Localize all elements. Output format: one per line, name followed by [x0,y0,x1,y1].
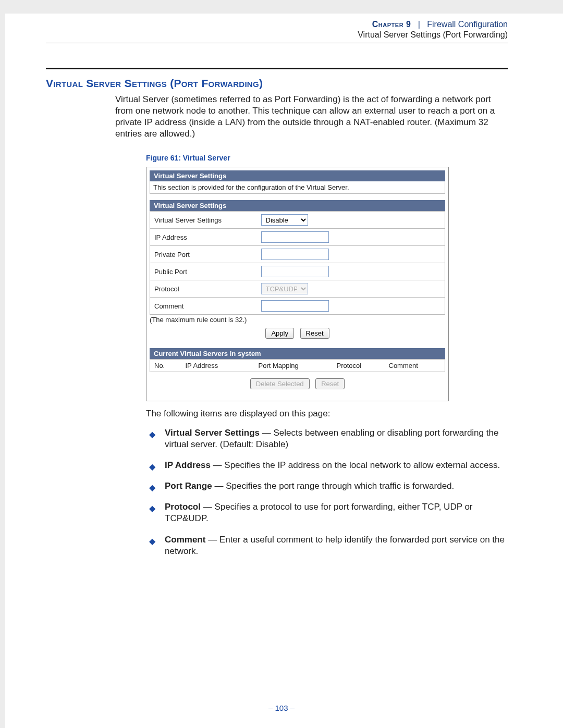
reset-button[interactable]: Reset [300,328,329,339]
figure-screenshot: Virtual Server Settings This section is … [146,167,449,401]
bullet-term: IP Address [165,460,211,470]
current-servers-table: No. IP Address Port Mapping Protocol Com… [150,359,445,372]
diamond-icon: ◆ [149,483,155,493]
panel-description: This section is provided for the configu… [150,181,445,194]
header-separator-icon: | [418,20,420,29]
col-portmap: Port Mapping [254,360,333,372]
reset-list-button[interactable]: Reset [315,378,345,389]
select-vss[interactable]: Disable [261,214,308,226]
row-ip: IP Address [150,229,445,246]
header-rule [46,43,508,43]
label-comment: Comment [150,298,257,315]
bullet-desc: — Specifies the IP address on the local … [211,460,500,470]
section-intro: Virtual Server (sometimes referred to as… [115,94,508,140]
input-public-port[interactable] [261,266,329,277]
top-bar [0,0,563,14]
diamond-icon: ◆ [149,503,155,514]
delete-selected-button[interactable]: Delete Selected [250,378,310,389]
bullet-item: ◆ Comment — Enter a useful comment to he… [146,534,508,557]
bullet-term: Protocol [165,502,201,512]
bullet-term: Comment [165,535,205,545]
input-private-port[interactable] [261,249,329,260]
bullet-item: ◆ IP Address — Specifies the IP address … [146,460,508,471]
bullet-item: ◆ Protocol — Specifies a protocol to use… [146,501,508,524]
panel-header-1: Virtual Server Settings [150,170,445,181]
diamond-icon: ◆ [149,462,155,473]
label-vss: Virtual Server Settings [150,212,257,229]
label-private-port: Private Port [150,246,257,263]
header-line-1: Chapter 9 | Firewall Configuration [46,20,508,29]
input-comment[interactable] [261,300,329,312]
bullet-desc: — Specifies the port range through which… [212,481,455,491]
label-public-port: Public Port [150,263,257,280]
bullet-desc: — Enter a useful comment to help identif… [165,535,505,556]
label-ip: IP Address [150,229,257,246]
page-header: Chapter 9 | Firewall Configuration Virtu… [46,20,508,43]
section-rule [46,68,508,69]
following-items-text: The following items are displayed on thi… [146,409,508,419]
col-no: No. [150,360,181,372]
row-private-port: Private Port [150,246,445,263]
page-number: – 103 – [0,704,563,712]
header-subtitle: Virtual Server Settings (Port Forwarding… [46,30,508,40]
panel-header-3: Current Virtual Servers in system [150,348,445,359]
left-stripe [0,14,5,728]
select-protocol[interactable]: TCP&UDP [261,283,308,294]
label-protocol: Protocol [150,280,257,298]
row-protocol: Protocol TCP&UDP [150,280,445,298]
form-button-row: Apply Reset [146,328,448,339]
diamond-icon: ◆ [149,429,155,440]
section-title: Virtual Server Settings (Port Forwarding… [46,77,263,90]
chapter-label: Chapter 9 [372,20,411,29]
bullet-term: Port Range [165,481,212,491]
input-ip[interactable] [261,231,329,243]
apply-button[interactable]: Apply [265,328,294,339]
table-header-row: No. IP Address Port Mapping Protocol Com… [150,360,445,372]
diamond-icon: ◆ [149,536,155,547]
list-button-row: Delete Selected Reset [146,378,448,389]
bullet-desc: — Specifies a protocol to use for port f… [165,502,473,523]
page: Chapter 9 | Firewall Configuration Virtu… [0,0,563,728]
chapter-title: Firewall Configuration [427,20,508,29]
row-public-port: Public Port [150,263,445,280]
col-protocol: Protocol [333,360,385,372]
col-comment: Comment [385,360,445,372]
settings-form-table: Virtual Server Settings Disable IP Addre… [150,211,445,315]
bullet-item: ◆ Virtual Server Settings — Selects betw… [146,427,508,450]
bullet-term: Virtual Server Settings [165,428,260,438]
max-rule-note: (The maximum rule count is 32.) [150,316,445,324]
row-comment: Comment [150,298,445,315]
col-ip: IP Address [181,360,254,372]
panel-header-2: Virtual Server Settings [150,200,445,211]
figure-caption: Figure 61: Virtual Server [146,154,230,162]
bullet-list: ◆ Virtual Server Settings — Selects betw… [146,427,508,566]
bullet-item: ◆ Port Range — Specifies the port range … [146,480,508,492]
row-vss: Virtual Server Settings Disable [150,212,445,229]
